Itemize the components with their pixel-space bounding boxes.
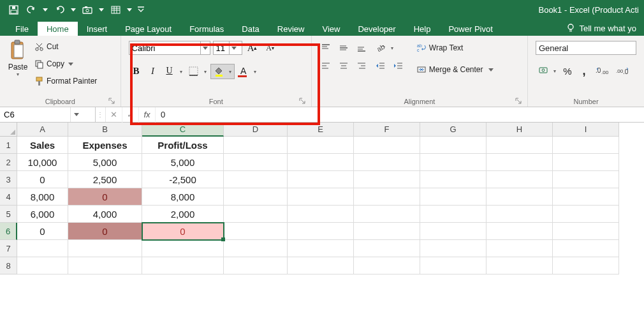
enter-icon[interactable]: ✓ — [122, 107, 139, 123]
cell[interactable] — [354, 206, 420, 223]
cell[interactable] — [224, 188, 288, 206]
name-box-input[interactable] — [0, 110, 70, 119]
cell[interactable]: 0 — [17, 223, 68, 240]
column-header[interactable]: G — [420, 123, 487, 137]
cell[interactable] — [487, 171, 553, 188]
row-header[interactable]: 7 — [0, 240, 17, 257]
cell[interactable] — [354, 188, 420, 206]
italic-button[interactable]: I — [145, 64, 161, 78]
column-header[interactable]: E — [288, 123, 354, 137]
cell[interactable] — [288, 206, 354, 223]
table-dropdown-icon[interactable] — [126, 3, 133, 16]
cell[interactable] — [487, 154, 553, 171]
column-header[interactable]: I — [553, 123, 619, 137]
cell[interactable] — [487, 257, 553, 274]
column-header[interactable]: F — [354, 123, 420, 137]
cell[interactable]: 5,000 — [68, 154, 142, 171]
underline-button[interactable]: U ▾ — [162, 64, 185, 79]
cell[interactable] — [420, 154, 487, 171]
cell[interactable] — [288, 137, 354, 154]
align-center-icon[interactable] — [336, 59, 351, 73]
cell[interactable] — [487, 223, 553, 240]
tab-review[interactable]: Review — [268, 22, 314, 36]
decrease-indent-icon[interactable] — [373, 59, 388, 73]
cell[interactable] — [553, 171, 619, 188]
cell[interactable]: 0 — [142, 223, 224, 240]
cell[interactable] — [354, 223, 420, 240]
undo-dropdown-icon[interactable] — [42, 3, 48, 16]
font-name-dropdown-icon[interactable] — [200, 41, 209, 54]
font-launcher-icon[interactable] — [299, 98, 306, 105]
cell[interactable]: 8,000 — [17, 188, 68, 206]
cell[interactable] — [487, 240, 553, 257]
column-header[interactable]: C — [142, 123, 224, 137]
format-painter-button[interactable]: Format Painter — [32, 74, 99, 88]
cell[interactable] — [17, 240, 68, 257]
align-middle-icon[interactable] — [336, 41, 351, 55]
cell[interactable] — [487, 188, 553, 206]
cell[interactable] — [68, 240, 142, 257]
row-header[interactable]: 1 — [0, 137, 17, 154]
cell[interactable] — [487, 137, 553, 154]
tab-power-pivot[interactable]: Power Pivot — [439, 22, 501, 36]
cell[interactable]: 0 — [17, 171, 68, 188]
cell[interactable] — [288, 257, 354, 274]
cell[interactable] — [224, 137, 288, 154]
cell[interactable] — [354, 240, 420, 257]
increase-indent-icon[interactable] — [391, 59, 406, 73]
align-left-icon[interactable] — [318, 59, 333, 73]
select-all-corner[interactable] — [0, 123, 17, 137]
orientation-button[interactable]: ab ▾ — [373, 41, 406, 55]
row-header[interactable]: 4 — [0, 188, 17, 206]
column-header[interactable]: B — [68, 123, 142, 137]
cell[interactable]: 6,000 — [17, 206, 68, 223]
cell[interactable] — [142, 257, 224, 274]
cell[interactable] — [553, 223, 619, 240]
cell[interactable]: Profit/Loss — [142, 137, 224, 154]
redo-icon[interactable] — [52, 3, 66, 16]
camera-dropdown-icon[interactable] — [98, 3, 105, 16]
fill-color-button[interactable]: ▾ — [210, 64, 235, 79]
font-name-input[interactable] — [129, 41, 201, 54]
cell[interactable] — [487, 206, 553, 223]
number-format-combo[interactable]: General — [536, 41, 636, 55]
alignment-launcher-icon[interactable] — [515, 98, 522, 105]
cut-button[interactable]: Cut — [32, 40, 99, 54]
font-name-combo[interactable] — [129, 41, 210, 55]
row-header[interactable]: 8 — [0, 257, 17, 274]
row-header[interactable]: 3 — [0, 171, 17, 188]
tab-insert[interactable]: Insert — [78, 22, 117, 36]
save-icon[interactable] — [6, 3, 20, 16]
cell[interactable] — [553, 206, 619, 223]
qat-customize-icon[interactable] — [136, 3, 145, 16]
name-box-grip[interactable]: ⋮ — [96, 107, 106, 122]
align-bottom-icon[interactable] — [354, 41, 369, 55]
row-header[interactable]: 2 — [0, 154, 17, 171]
cell[interactable]: 0 — [68, 223, 142, 240]
camera-icon[interactable] — [80, 3, 94, 16]
cell[interactable] — [553, 188, 619, 206]
cell[interactable] — [553, 154, 619, 171]
fx-icon[interactable]: fx — [139, 107, 156, 123]
cell[interactable] — [553, 240, 619, 257]
cell[interactable] — [288, 223, 354, 240]
cell[interactable] — [420, 240, 487, 257]
cell[interactable] — [553, 137, 619, 154]
cell[interactable]: 4,000 — [68, 206, 142, 223]
cell[interactable] — [354, 257, 420, 274]
paste-button[interactable]: Paste ▾ — [4, 38, 32, 88]
name-box[interactable] — [0, 107, 96, 122]
cell[interactable] — [553, 257, 619, 274]
copy-button[interactable]: Copy — [32, 57, 99, 71]
undo-icon[interactable] — [24, 3, 38, 16]
cell[interactable] — [68, 257, 142, 274]
cell[interactable] — [420, 206, 487, 223]
borders-button[interactable]: ▾ — [186, 64, 209, 79]
column-header[interactable]: H — [487, 123, 553, 137]
cell[interactable]: Expenses — [68, 137, 142, 154]
cell[interactable] — [224, 223, 288, 240]
name-box-dropdown-icon[interactable] — [70, 107, 82, 122]
table-icon[interactable] — [108, 3, 122, 16]
align-right-icon[interactable] — [354, 59, 369, 73]
tab-developer[interactable]: Developer — [349, 22, 404, 36]
